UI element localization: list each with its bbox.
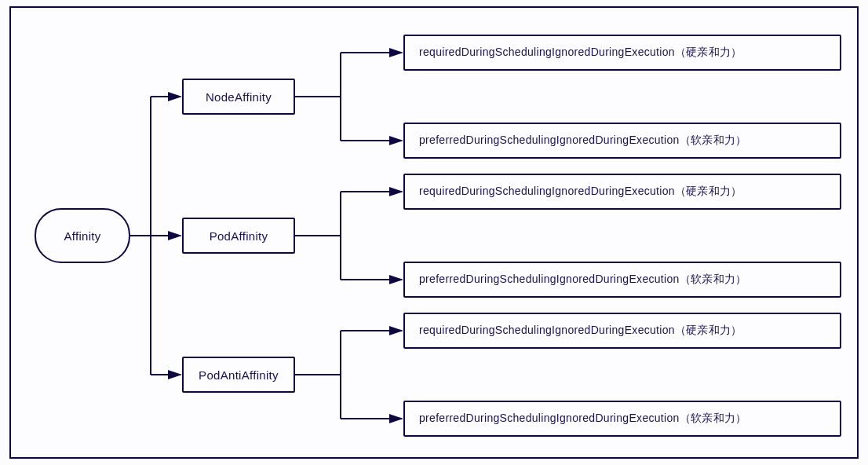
leaf-node-required-hard-1: requiredDuringSchedulingIgnoredDuringExe… [403, 35, 841, 71]
mid-label: PodAffinity [210, 229, 268, 243]
root-label: Affinity [64, 229, 100, 243]
leaf-label: preferredDuringSchedulingIgnoredDuringEx… [419, 273, 746, 287]
mid-node-podaffinity: PodAffinity [182, 218, 295, 254]
mid-label: NodeAffinity [206, 90, 272, 104]
leaf-node-required-hard-2: requiredDuringSchedulingIgnoredDuringExe… [403, 174, 841, 210]
leaf-label: requiredDuringSchedulingIgnoredDuringExe… [419, 185, 742, 199]
leaf-label: requiredDuringSchedulingIgnoredDuringExe… [419, 46, 742, 60]
leaf-node-preferred-soft-3: preferredDuringSchedulingIgnoredDuringEx… [403, 401, 841, 437]
leaf-node-preferred-soft-1: preferredDuringSchedulingIgnoredDuringEx… [403, 123, 841, 159]
connectors [11, 8, 860, 460]
diagram-frame: Affinity NodeAffinity PodAffinity PodAnt… [9, 6, 859, 459]
leaf-label: requiredDuringSchedulingIgnoredDuringExe… [419, 324, 742, 338]
leaf-node-required-hard-3: requiredDuringSchedulingIgnoredDuringExe… [403, 313, 841, 349]
root-node-affinity: Affinity [35, 208, 130, 263]
leaf-label: preferredDuringSchedulingIgnoredDuringEx… [419, 412, 746, 426]
leaf-label: preferredDuringSchedulingIgnoredDuringEx… [419, 134, 746, 148]
mid-node-nodeaffinity: NodeAffinity [182, 79, 295, 115]
mid-node-podantiaffinity: PodAntiAffinity [182, 357, 295, 393]
leaf-node-preferred-soft-2: preferredDuringSchedulingIgnoredDuringEx… [403, 262, 841, 298]
mid-label: PodAntiAffinity [199, 368, 279, 382]
